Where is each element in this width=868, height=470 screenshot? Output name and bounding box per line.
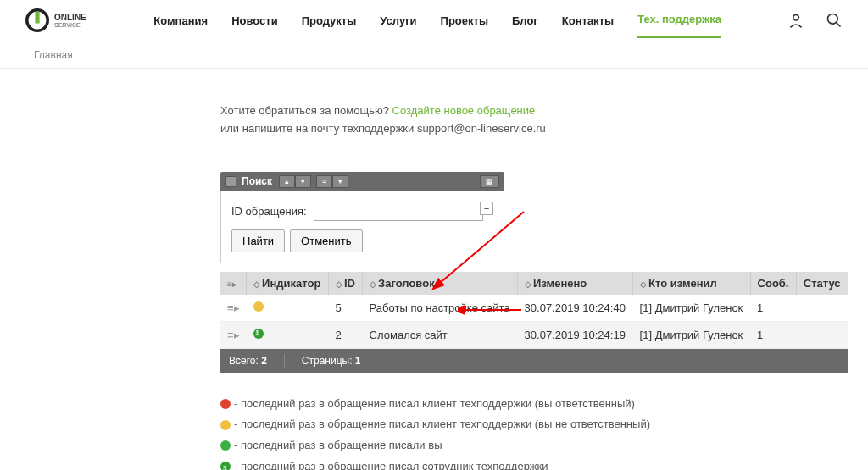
col-title[interactable]: Заголовок bbox=[378, 277, 435, 290]
cell-by: [1] Дмитрий Гуленок bbox=[633, 321, 750, 348]
sort-icon[interactable]: ◇ bbox=[525, 279, 531, 289]
intro-email-line: или напишите на почту техподдержки suppo… bbox=[220, 120, 848, 138]
indicator-dot bbox=[253, 301, 264, 312]
tickets-table: ≡▸ ◇Индикатор ◇ID ◇Заголовок ◇Изменено ◇… bbox=[220, 272, 848, 349]
row-handle-icon[interactable]: ≡▸ bbox=[220, 321, 247, 348]
cell-id: 2 bbox=[328, 321, 362, 348]
toolbar-settings[interactable]: ▦ bbox=[480, 175, 499, 188]
cell-title[interactable]: Работы по настройке сайта bbox=[363, 295, 518, 322]
toolbar-label: Поиск bbox=[242, 175, 272, 187]
col-by[interactable]: Кто изменил bbox=[648, 277, 717, 290]
cell-changed: 30.07.2019 10:24:40 bbox=[518, 295, 633, 322]
legend-dot-yellow bbox=[220, 420, 231, 430]
legend-dot-green bbox=[220, 440, 231, 451]
logo-text: ONLINE bbox=[54, 14, 86, 22]
table-row[interactable]: ≡▸ 5 Работы по настройке сайта 30.07.201… bbox=[220, 295, 848, 322]
search-id-label: ID обращения: bbox=[231, 205, 307, 218]
col-indicator[interactable]: Индикатор bbox=[262, 277, 320, 290]
cell-by: [1] Дмитрий Гуленок bbox=[633, 295, 750, 322]
logo-subtext: SERVICE bbox=[54, 22, 86, 28]
col-id[interactable]: ID bbox=[344, 277, 355, 290]
table-footer: Всего: 2 Страницы: 1 bbox=[220, 349, 848, 373]
legend: - последний раз в обращение писал клиент… bbox=[220, 394, 848, 470]
nav-support[interactable]: Тех. поддержка bbox=[637, 13, 721, 38]
user-icon[interactable] bbox=[787, 12, 804, 29]
intro-question: Хотите обратиться за помощью? bbox=[220, 104, 392, 117]
search-id-input[interactable] bbox=[314, 202, 483, 221]
page-value: 1 bbox=[355, 355, 361, 367]
legend-green-bold: - последний раз в обращение писал сотруд… bbox=[234, 456, 548, 470]
site-logo[interactable]: ONLINE SERVICE bbox=[25, 8, 86, 32]
search-icon[interactable] bbox=[826, 12, 843, 29]
main-nav: Компания Новости Продукты Услуги Проекты… bbox=[153, 12, 843, 29]
cell-title[interactable]: Сломался сайт bbox=[363, 321, 518, 348]
indicator-dot bbox=[253, 329, 264, 339]
nav-products[interactable]: Продукты bbox=[302, 14, 357, 27]
sort-icon[interactable]: ◇ bbox=[640, 279, 647, 289]
cell-status bbox=[796, 321, 848, 348]
nav-news[interactable]: Новости bbox=[231, 14, 278, 27]
find-button[interactable]: Найти bbox=[231, 229, 285, 252]
row-handle-icon[interactable]: ≡▸ bbox=[220, 295, 247, 322]
total-label: Всего: bbox=[229, 355, 261, 367]
create-ticket-link[interactable]: Создайте новое обращение bbox=[392, 104, 536, 117]
logo-icon bbox=[25, 8, 49, 32]
legend-dot-green-bold bbox=[220, 462, 231, 470]
col-changed[interactable]: Изменено bbox=[533, 277, 587, 290]
nav-services[interactable]: Услуги bbox=[380, 14, 416, 27]
toolbar-checkbox[interactable] bbox=[225, 176, 236, 187]
svg-point-1 bbox=[793, 14, 799, 20]
col-handle-icon[interactable]: ≡▸ bbox=[227, 279, 236, 289]
col-msg[interactable]: Сооб. bbox=[758, 277, 789, 290]
legend-red: - последний раз в обращение писал клиент… bbox=[234, 394, 635, 415]
sort-icon[interactable]: ◇ bbox=[370, 279, 376, 289]
svg-point-2 bbox=[828, 14, 838, 25]
breadcrumb[interactable]: Главная bbox=[34, 49, 73, 61]
toolbar-list-expand[interactable]: ▾ bbox=[332, 175, 348, 188]
cancel-button[interactable]: Отменить bbox=[290, 229, 362, 252]
remove-field-button[interactable]: − bbox=[480, 202, 493, 215]
nav-company[interactable]: Компания bbox=[153, 14, 208, 27]
table-row[interactable]: ≡▸ 2 Сломался сайт 30.07.2019 10:24:19 [… bbox=[220, 321, 848, 348]
cell-msg: 1 bbox=[750, 321, 796, 348]
pages-label: Страницы: bbox=[302, 355, 355, 367]
cell-status bbox=[796, 295, 848, 322]
legend-yellow: - последний раз в обращение писал клиент… bbox=[234, 414, 650, 435]
sort-icon[interactable]: ◇ bbox=[336, 279, 342, 289]
toolbar-collapse[interactable]: ▴ bbox=[279, 175, 295, 188]
col-status[interactable]: Статус bbox=[804, 277, 841, 290]
nav-projects[interactable]: Проекты bbox=[441, 14, 488, 27]
search-toolbar: Поиск ▴ ▾ ≡ ▾ ▦ bbox=[220, 172, 504, 191]
sort-icon[interactable]: ◇ bbox=[253, 279, 260, 289]
legend-dot-red bbox=[220, 399, 231, 409]
total-value: 2 bbox=[261, 355, 267, 367]
cell-id: 5 bbox=[328, 295, 362, 322]
nav-blog[interactable]: Блог bbox=[512, 14, 538, 27]
nav-contacts[interactable]: Контакты bbox=[562, 14, 614, 27]
legend-green: - последний раз в обращение писали вы bbox=[234, 435, 442, 456]
svg-line-3 bbox=[837, 23, 841, 27]
cell-changed: 30.07.2019 10:24:19 bbox=[518, 321, 633, 348]
cell-msg: 1 bbox=[750, 295, 796, 322]
toolbar-list[interactable]: ≡ bbox=[316, 175, 332, 188]
toolbar-expand[interactable]: ▾ bbox=[295, 175, 311, 188]
search-panel: − ID обращения: Найти Отменить bbox=[220, 191, 504, 263]
footer-divider bbox=[284, 354, 285, 368]
intro-block: Хотите обратиться за помощью? Создайте н… bbox=[220, 102, 848, 138]
